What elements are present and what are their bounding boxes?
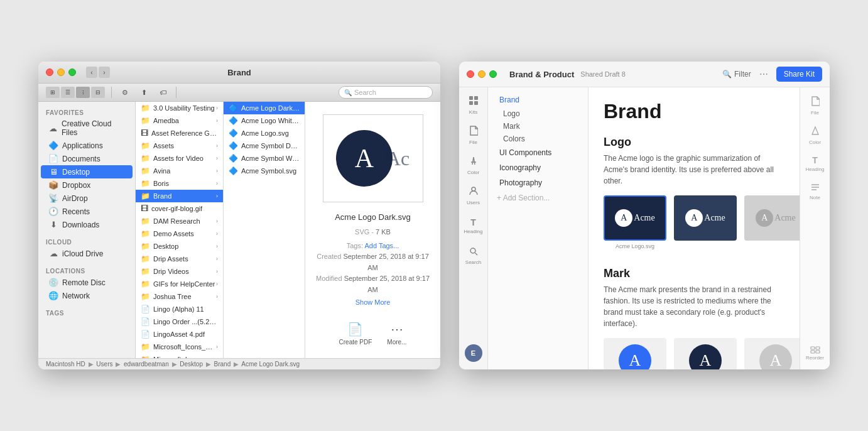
minimize-button[interactable]	[57, 68, 65, 76]
sidebar-colors[interactable]: Colors	[488, 133, 588, 145]
arrow-icon: ›	[216, 281, 218, 287]
col-item-avina[interactable]: 📁Avina ›	[136, 165, 223, 177]
close-button[interactable]	[46, 68, 53, 76]
view-gallery-btn[interactable]: ⊟	[91, 87, 105, 98]
col-item-gifs[interactable]: 📁GIFs for HelpCenter ›	[136, 278, 223, 290]
sidebar-item-applications[interactable]: 🔷 Applications	[41, 139, 133, 152]
finder-columns: 📁3.0 Usability Testing › 📁Amedba › 🎞Asse…	[136, 102, 440, 358]
more-actions-button[interactable]: ⋯ More...	[387, 322, 406, 346]
share-kit-button[interactable]: Share Kit	[776, 67, 822, 82]
tags-icon[interactable]: 🏷	[156, 87, 170, 98]
col2-item-symbol-dark[interactable]: 🔷Acme Symbol Dark.svg	[224, 139, 305, 152]
sidebar-item-downloads[interactable]: ⬇ Downloads	[41, 218, 133, 231]
modified-value: September 25, 2018 at 9:17 AM	[344, 275, 430, 293]
col-item-brand[interactable]: 📁Brand ›	[136, 190, 223, 202]
finder-column-1: 📁3.0 Usability Testing › 📁Amedba › 🎞Asse…	[136, 102, 224, 358]
col-item-cover-gif[interactable]: 🎞cover-gif-blog.gif	[136, 202, 223, 215]
col-item-lingo-asset[interactable]: 📄LingoAsset 4.pdf	[136, 328, 223, 341]
col-item-asset-ref[interactable]: 🎞Asset Reference GIF.gif	[136, 127, 223, 139]
settings-icon[interactable]: ⚙	[118, 87, 132, 98]
nav-search[interactable]: Search	[464, 246, 484, 266]
nav-users[interactable]: Users	[464, 185, 484, 205]
right-panel-note[interactable]: Note	[800, 178, 830, 204]
col-item-ms2[interactable]: 📁Microsoft_Icons_Revision2 ›	[136, 353, 223, 358]
col2-item-logo[interactable]: 🔷Acme Logo.svg	[224, 127, 305, 139]
col-item-amedba[interactable]: 📁Amedba ›	[136, 114, 223, 127]
sidebar-logo[interactable]: Logo	[488, 107, 588, 120]
col-item-joshua[interactable]: 📁Joshua Tree ›	[136, 290, 223, 303]
col-item-drip-assets[interactable]: 📁Drip Assets ›	[136, 253, 223, 265]
view-list-btn[interactable]: ☰	[61, 87, 75, 98]
nav-file[interactable]: File	[464, 125, 484, 145]
sidebar-add-section[interactable]: + Add Section...	[488, 190, 588, 205]
col-item-assets-video[interactable]: 📁Assets for Video ›	[136, 152, 223, 165]
nav-color[interactable]: Color	[464, 155, 484, 175]
mark-asset-dark[interactable]: A	[674, 338, 737, 369]
sidebar-mark[interactable]: Mark	[488, 120, 588, 133]
sidebar-item-recents[interactable]: 🕐 Recents	[41, 205, 133, 218]
lingo-maximize-button[interactable]	[489, 70, 497, 78]
nav-kits[interactable]: Kits	[464, 95, 484, 115]
sidebar-iconography[interactable]: Iconography	[491, 160, 585, 175]
mini-a: A	[621, 213, 627, 223]
sidebar-item-icloud-drive[interactable]: ☁ iCloud Drive	[41, 247, 133, 260]
forward-button[interactable]: ›	[99, 67, 110, 78]
lingo-close-button[interactable]	[467, 70, 474, 78]
logo-asset-grid: A Acme Acme Logo.svg A Acm	[604, 195, 784, 249]
sidebar-brand[interactable]: Brand	[491, 92, 585, 107]
reorder-button[interactable]: Reorder	[800, 342, 830, 364]
filter-button[interactable]: 🔍 Filter	[722, 70, 751, 79]
sidebar-item-documents[interactable]: 📄 Documents	[41, 152, 133, 165]
sidebar-item-network[interactable]: 🌐 Network	[41, 289, 133, 302]
lingo-minimize-button[interactable]	[478, 70, 486, 78]
show-more-link[interactable]: Show More	[355, 298, 391, 306]
share-icon[interactable]: ⬆	[137, 87, 151, 98]
sidebar-item-desktop[interactable]: 🖥 Desktop	[41, 165, 133, 178]
right-panel-color[interactable]: Color	[800, 122, 830, 149]
sidebar-item-label: iCloud Drive	[62, 249, 103, 258]
mark-asset-light[interactable]: A	[744, 338, 800, 369]
more-options-button[interactable]: ⋯	[756, 67, 771, 82]
col-item-lingo[interactable]: 📄Lingo (Alpha) 11	[136, 303, 223, 315]
tags-value[interactable]: Add Tags...	[364, 242, 399, 249]
col-item-desktop[interactable]: 📁Desktop ›	[136, 240, 223, 253]
back-button[interactable]: ‹	[86, 67, 97, 78]
sidebar-ui-components[interactable]: UI Components	[491, 145, 585, 160]
col-item-dam[interactable]: 📁DAM Research ›	[136, 215, 223, 227]
user-avatar[interactable]: E	[465, 344, 482, 362]
sidebar-item-label: AirDrop	[62, 194, 88, 203]
col-item-drip-videos[interactable]: 📁Drip Videos ›	[136, 265, 223, 278]
mark-asset-blue[interactable]: A	[604, 338, 666, 369]
sidebar-item-airdrop[interactable]: 📡 AirDrop	[41, 192, 133, 205]
logo-asset-dark[interactable]: A Acme Acme Logo.svg	[604, 195, 666, 249]
logo-thumb-dark: A Acme	[604, 195, 666, 241]
arrow-icon: ›	[216, 344, 218, 350]
logo-asset-light[interactable]: A Acme	[744, 195, 800, 249]
right-panel-heading[interactable]: T Heading	[800, 151, 830, 176]
col-item-lingo-order[interactable]: 📄Lingo Order ...(5.29.2018)	[136, 315, 223, 328]
col-item-usability[interactable]: 📁3.0 Usability Testing ›	[136, 102, 223, 114]
col-item-assets[interactable]: 📁Assets ›	[136, 139, 223, 152]
col2-item-symbol-white[interactable]: 🔷Acme Symbol White.svg	[224, 152, 305, 165]
search-icon	[469, 247, 478, 258]
sidebar-item-creative-cloud[interactable]: ☁ Creative Cloud Files	[41, 117, 133, 139]
col2-item-symbol[interactable]: 🔷Acme Symbol.svg	[224, 165, 305, 177]
view-column-btn[interactable]: ⫶	[76, 87, 90, 98]
nav-heading[interactable]: T Heading	[464, 216, 484, 236]
logo-asset-medium[interactable]: A Acme	[674, 195, 737, 249]
sidebar-item-remote-disc[interactable]: 💿 Remote Disc	[41, 276, 133, 289]
col2-item-logo-dark[interactable]: 🔷Acme Logo Dark.svg	[224, 102, 305, 114]
right-panel-file[interactable]: File	[800, 92, 830, 119]
view-icon-btn[interactable]: ⊞	[46, 87, 60, 98]
col-item-ms1[interactable]: 📁Microsoft_Icons_Revision1 ›	[136, 341, 223, 353]
sidebar-item-dropbox[interactable]: 📦 Dropbox	[41, 178, 133, 192]
col-item-demo[interactable]: 📁Demo Assets ›	[136, 227, 223, 240]
sidebar-photography[interactable]: Photography	[491, 175, 585, 190]
create-pdf-button[interactable]: 📄 Create PDF	[339, 322, 372, 346]
search-input[interactable]: 🔍 Search	[339, 86, 433, 99]
sidebar-item-label: Applications	[62, 141, 103, 150]
maximize-button[interactable]	[68, 68, 76, 76]
col-item-boris[interactable]: 📁Boris ›	[136, 177, 223, 190]
col2-item-logo-white[interactable]: 🔷Acme Logo White.svg	[224, 114, 305, 127]
folder-icon: 📁	[141, 292, 150, 301]
